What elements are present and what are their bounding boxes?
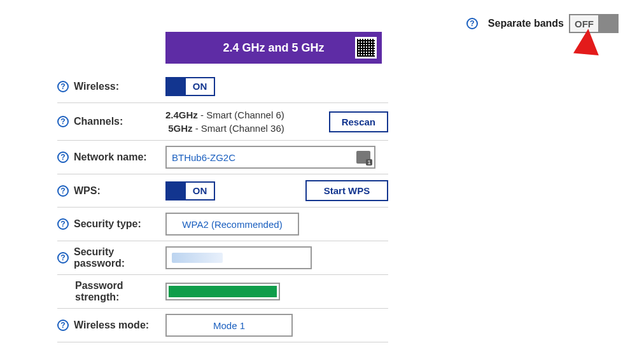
password-mask: [172, 253, 223, 263]
band-header: 2.4 GHz and 5 GHz: [165, 32, 382, 64]
row-wireless: ? Wireless: ON: [57, 70, 388, 103]
row-security-password: ? Security password:: [57, 241, 388, 275]
toggle-state-label: ON: [186, 185, 214, 196]
separate-bands-toggle[interactable]: OFF: [569, 14, 619, 33]
network-name-value: BTHub6-ZG2C: [172, 152, 235, 163]
wireless-mode-select[interactable]: Mode 1: [165, 314, 293, 337]
row-channels: ? Channels: 2.4GHz - Smart (Channel 6) 5…: [57, 103, 388, 141]
security-password-label: Security password:: [74, 246, 165, 269]
help-icon[interactable]: ?: [57, 218, 69, 230]
separate-bands-control: ? Separate bands OFF: [466, 14, 619, 33]
network-name-input[interactable]: BTHub6-ZG2C: [165, 146, 375, 169]
row-wps: ? WPS: ON Start WPS: [57, 174, 388, 208]
help-icon[interactable]: ?: [57, 320, 69, 331]
toggle-knob: [598, 15, 617, 32]
password-strength-meter: [165, 283, 280, 300]
rescan-button[interactable]: Rescan: [329, 111, 388, 132]
wps-toggle[interactable]: ON: [165, 181, 215, 201]
wireless-mode-value: Mode 1: [213, 320, 245, 331]
row-network-name: ? Network name: BTHub6-ZG2C: [57, 141, 388, 174]
security-type-select[interactable]: WPA2 (Recommended): [165, 213, 299, 236]
toggle-knob: [167, 78, 186, 95]
wifi-settings-panel: 2.4 GHz and 5 GHz ? Wireless: ON ? Chann…: [57, 32, 388, 342]
band-header-label: 2.4 GHz and 5 GHz: [223, 41, 324, 55]
password-strength-fill: [169, 286, 277, 297]
help-icon[interactable]: ?: [466, 18, 478, 29]
wireless-toggle[interactable]: ON: [165, 77, 215, 96]
keyboard-icon[interactable]: [356, 151, 370, 164]
qr-code-icon[interactable]: [355, 37, 377, 59]
channels-info: 2.4GHz - Smart (Channel 6) 5GHz - Smart …: [165, 108, 284, 135]
help-icon[interactable]: ?: [57, 151, 69, 163]
wps-label: WPS:: [74, 185, 101, 197]
toggle-state-label: OFF: [570, 18, 598, 29]
security-type-label: Security type:: [74, 218, 141, 230]
annotation-arrow: [564, 29, 603, 137]
row-wireless-mode: ? Wireless mode: Mode 1: [57, 309, 388, 342]
help-icon[interactable]: ?: [57, 116, 69, 127]
wireless-label: Wireless:: [74, 81, 119, 92]
toggle-knob: [167, 183, 186, 199]
start-wps-button[interactable]: Start WPS: [305, 180, 388, 201]
channels-label: Channels:: [74, 116, 123, 127]
row-security-type: ? Security type: WPA2 (Recommended): [57, 208, 388, 241]
help-icon[interactable]: ?: [57, 252, 69, 264]
row-password-strength: Password strength:: [57, 275, 388, 309]
help-icon[interactable]: ?: [57, 185, 69, 197]
wireless-mode-label: Wireless mode:: [74, 320, 149, 331]
password-strength-label: Password strength:: [75, 280, 165, 303]
security-type-value: WPA2 (Recommended): [182, 219, 282, 230]
separate-bands-label: Separate bands: [488, 18, 564, 29]
toggle-state-label: ON: [186, 81, 214, 92]
security-password-input[interactable]: [165, 246, 312, 269]
help-icon[interactable]: ?: [57, 81, 69, 92]
network-name-label: Network name:: [74, 151, 147, 163]
